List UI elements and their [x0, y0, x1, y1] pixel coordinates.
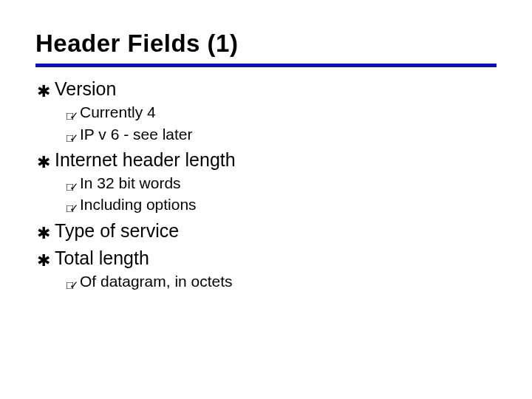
bullet-tos: ✱ Type of service — [37, 219, 497, 242]
sub-bullet: □✓ Of datagram, in octets — [66, 271, 497, 291]
slide: Header Fields (1) ✱ Version □✓ Currently… — [0, 0, 532, 399]
bullet-ihl: ✱ Internet header length — [37, 149, 497, 171]
star-bullet-icon: ✱ — [37, 225, 55, 242]
content-area: ✱ Version □✓ Currently 4 □✓ IP v 6 - see… — [35, 78, 497, 291]
sub-group-total-length: □✓ Of datagram, in octets — [37, 271, 497, 291]
checkbox-bullet-icon: □✓ — [66, 202, 80, 214]
sub-bullet-label: Including options — [80, 194, 197, 214]
title-underline — [35, 64, 497, 67]
sub-bullet: □✓ Including options — [66, 194, 497, 214]
sub-group-ihl: □✓ In 32 bit words □✓ Including options — [37, 173, 497, 215]
slide-title: Header Fields (1) — [35, 30, 497, 58]
sub-bullet: □✓ In 32 bit words — [66, 173, 497, 193]
star-bullet-icon: ✱ — [37, 154, 55, 171]
sub-bullet-label: Currently 4 — [80, 102, 156, 122]
sub-group-version: □✓ Currently 4 □✓ IP v 6 - see later — [37, 102, 497, 144]
checkbox-bullet-icon: □✓ — [66, 181, 80, 192]
sub-bullet-label: Of datagram, in octets — [80, 271, 233, 291]
checkbox-bullet-icon: □✓ — [66, 110, 80, 121]
star-bullet-icon: ✱ — [37, 253, 55, 269]
sub-bullet-label: In 32 bit words — [80, 173, 181, 193]
sub-bullet: □✓ IP v 6 - see later — [66, 124, 497, 144]
bullet-label: Type of service — [55, 219, 179, 242]
checkbox-bullet-icon: □✓ — [66, 279, 80, 290]
sub-bullet: □✓ Currently 4 — [66, 102, 497, 122]
bullet-version: ✱ Version — [37, 78, 497, 100]
star-bullet-icon: ✱ — [37, 83, 55, 100]
sub-bullet-label: IP v 6 - see later — [80, 124, 193, 144]
bullet-label: Total length — [55, 247, 149, 270]
bullet-label: Version — [55, 78, 116, 100]
checkbox-bullet-icon: □✓ — [66, 132, 80, 143]
bullet-label: Internet header length — [55, 149, 236, 171]
bullet-total-length: ✱ Total length — [37, 247, 497, 270]
